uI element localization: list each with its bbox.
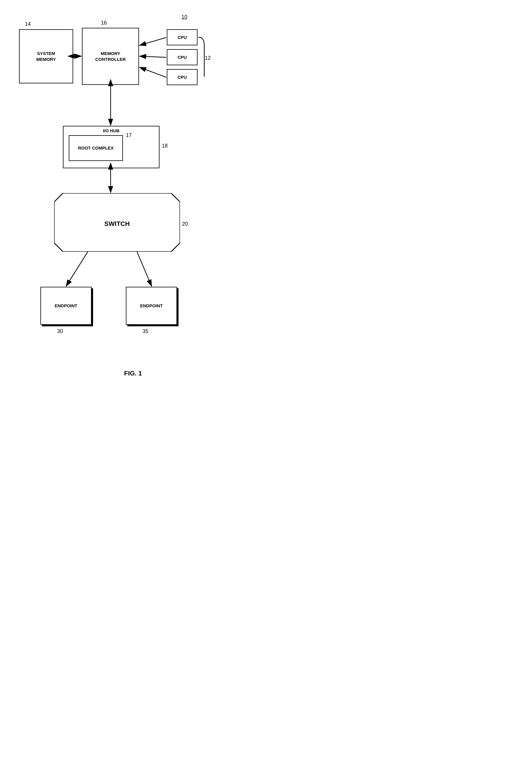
ref-label-30: 30 — [57, 328, 63, 335]
system-memory-box: SYSTEM MEMORY — [19, 29, 73, 83]
ref-label-17: 17 — [126, 132, 132, 138]
system-memory-label: SYSTEM MEMORY — [36, 51, 56, 62]
svg-text:SWITCH: SWITCH — [105, 220, 130, 227]
root-complex-box: ROOT COMPLEX — [69, 135, 123, 161]
cpu3-label: CPU — [178, 74, 187, 80]
diagram: 10 14 16 SYSTEM MEMORY MEMORY CONTROLLER… — [0, 0, 266, 392]
svg-line-7 — [140, 56, 166, 57]
figure-label: FIG. 1 — [124, 370, 142, 377]
ref-label-18: 18 — [162, 143, 168, 149]
ref-label-16: 16 — [101, 20, 107, 26]
cpu2-box: CPU — [167, 49, 198, 65]
ref-label-12: 12 — [205, 55, 211, 61]
svg-line-11 — [66, 252, 88, 286]
memory-controller-label: MEMORY CONTROLLER — [95, 51, 125, 62]
ref-label-20: 20 — [182, 221, 188, 227]
endpoint1-box: ENDPOINT — [40, 287, 92, 325]
switch-svg: SWITCH — [54, 193, 180, 252]
ref-label-35: 35 — [142, 328, 148, 335]
ref-label-10: 10 — [181, 14, 187, 20]
endpoint2-label: ENDPOINT — [140, 303, 163, 309]
cpu2-label: CPU — [178, 54, 187, 60]
svg-line-8 — [140, 67, 166, 77]
iohub-label: I/O HUB — [63, 128, 160, 133]
cpu3-box: CPU — [167, 69, 198, 85]
memory-controller-box: MEMORY CONTROLLER — [82, 28, 139, 85]
cpu1-label: CPU — [178, 34, 187, 40]
ref-label-14: 14 — [25, 21, 31, 27]
svg-line-6 — [140, 37, 166, 45]
endpoint1-label: ENDPOINT — [55, 303, 78, 309]
endpoint2-box: ENDPOINT — [126, 287, 177, 325]
svg-line-12 — [137, 252, 151, 286]
cpu1-box: CPU — [167, 29, 198, 45]
root-complex-label: ROOT COMPLEX — [78, 145, 114, 151]
